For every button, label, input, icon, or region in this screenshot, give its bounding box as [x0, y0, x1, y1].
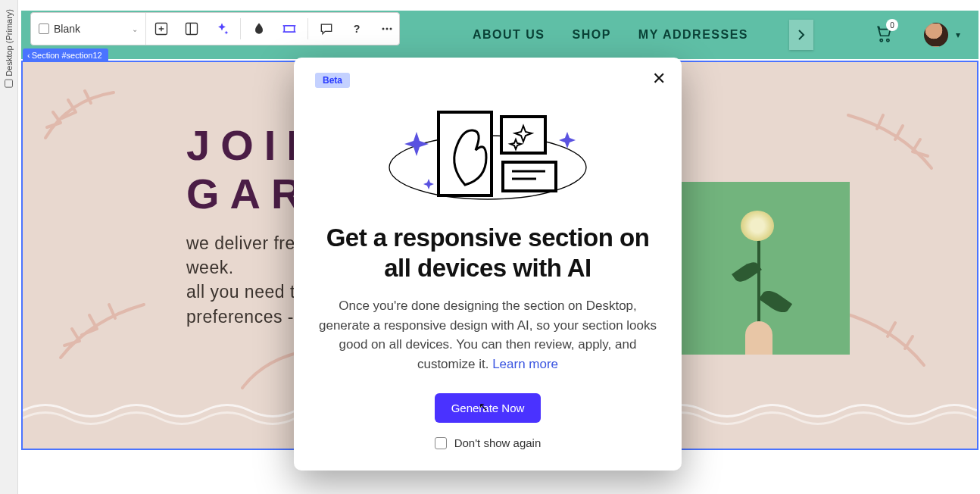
ai-button[interactable] — [207, 12, 237, 45]
svg-rect-10 — [501, 117, 545, 153]
beta-badge: Beta — [315, 73, 350, 88]
section-badge[interactable]: ‹ Section #section12 — [23, 48, 108, 62]
device-sidebar[interactable]: Desktop (Primary) — [0, 0, 18, 494]
device-icon — [5, 80, 13, 88]
modal-illustration — [315, 95, 660, 209]
dont-show-label: Don't show again — [454, 436, 541, 449]
responsive-button[interactable] — [274, 12, 304, 45]
responsive-icon — [282, 21, 297, 36]
svg-rect-1 — [186, 23, 198, 35]
hero-image — [673, 182, 850, 355]
svg-point-5 — [382, 28, 385, 30]
section-badge-label: Section #section12 — [32, 51, 102, 60]
dont-show-row: Don't show again — [315, 436, 660, 449]
cart-count-badge: 0 — [886, 19, 898, 31]
svg-text:?: ? — [354, 23, 360, 35]
close-icon: ✕ — [652, 69, 666, 89]
nav-item-addresses[interactable]: MY ADDRESSES — [638, 28, 748, 42]
chevron-down-icon: ⌄ — [132, 25, 138, 33]
modal-body-text: Once you're done designing the section o… — [319, 299, 657, 371]
nav-items: ABOUT US SHOP MY ADDRESSES — [473, 20, 813, 50]
droplet-icon — [251, 21, 267, 36]
chevron-left-icon: ‹ — [27, 51, 30, 60]
blank-section-icon — [39, 23, 49, 34]
comment-button[interactable] — [311, 12, 342, 45]
learn-more-link[interactable]: Learn more — [492, 357, 558, 371]
svg-rect-11 — [503, 162, 556, 191]
comment-icon — [319, 21, 334, 36]
help-button[interactable]: ? — [342, 12, 372, 45]
help-icon: ? — [349, 21, 364, 36]
device-sidebar-label: Desktop (Primary) — [5, 9, 14, 88]
layout-add-icon — [154, 21, 169, 36]
avatar — [924, 23, 948, 47]
cursor-icon: ↖ — [479, 400, 488, 414]
nav-item-shop[interactable]: SHOP — [573, 28, 611, 42]
svg-rect-3 — [284, 26, 294, 32]
section-type-label: Blank — [54, 23, 127, 35]
close-button[interactable]: ✕ — [648, 68, 669, 89]
paint-button[interactable] — [244, 12, 274, 45]
editor-toolbar: Blank ⌄ ? — [30, 12, 400, 45]
modal-body: Once you're done designing the section o… — [315, 296, 660, 374]
section-type-select[interactable]: Blank ⌄ — [31, 13, 146, 45]
nav-item-about[interactable]: ABOUT US — [473, 28, 545, 42]
device-label-text: Desktop (Primary) — [5, 9, 14, 77]
nav-scroll-right-button[interactable] — [789, 20, 813, 50]
chevron-right-icon — [795, 29, 807, 41]
dont-show-checkbox[interactable] — [435, 437, 447, 449]
svg-point-6 — [386, 28, 389, 30]
add-element-button[interactable] — [146, 12, 176, 45]
sparkle-icon — [214, 21, 229, 36]
more-button[interactable] — [372, 12, 402, 45]
columns-icon — [184, 21, 199, 36]
more-icon — [379, 21, 395, 36]
modal-title: Get a responsive section on all devices … — [315, 223, 660, 283]
svg-point-7 — [390, 28, 392, 30]
cart-button[interactable]: 0 — [874, 23, 894, 46]
layout-button[interactable] — [176, 12, 207, 45]
chevron-down-icon: ▾ — [956, 30, 960, 40]
account-menu[interactable]: ▾ — [924, 23, 960, 47]
